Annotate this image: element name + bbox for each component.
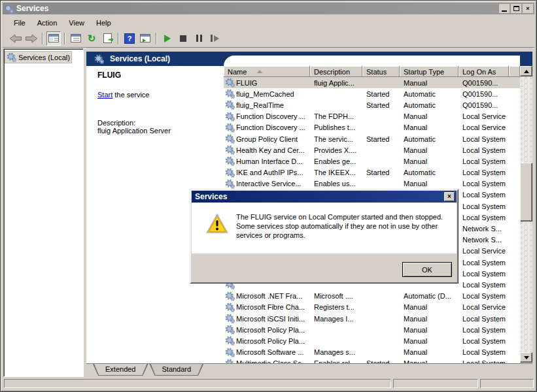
help-button[interactable]: ? — [122, 31, 137, 46]
table-row[interactable]: Group Policy Client The servic... Starte… — [224, 133, 520, 144]
table-row[interactable]: IKE and AuthIP IPs... The IKEEX... Start… — [224, 167, 520, 178]
table-row[interactable]: Microsoft Software ... Manages s... Manu… — [224, 347, 520, 358]
menu-help[interactable]: Help — [90, 18, 117, 28]
table-row[interactable]: fluig_RealTime Started Automatic Q001590… — [224, 99, 520, 110]
scrollbar-thumb[interactable] — [520, 163, 532, 221]
status-panel — [480, 379, 534, 388]
properties-button[interactable] — [69, 31, 83, 46]
table-row[interactable]: Microsoft .NET Fra... Microsoft .... Aut… — [224, 291, 520, 302]
start-service-link[interactable]: Start — [97, 91, 113, 99]
service-gear-icon — [225, 336, 235, 346]
table-row[interactable]: Microsoft Fibre Cha... Registers t... Ma… — [224, 302, 520, 313]
dialog-titlebar[interactable]: Services × — [192, 191, 457, 203]
refresh-button[interactable]: ↻ — [84, 31, 99, 46]
pause-service-button[interactable] — [192, 31, 206, 46]
table-row[interactable]: Human Interface D... Enables ge... Manua… — [224, 155, 520, 167]
table-row[interactable]: Health Key and Cer... Provides X.... Man… — [224, 144, 520, 155]
menu-action[interactable]: Action — [31, 18, 63, 28]
table-header-row: Name Description Status Startup Type Log… — [224, 66, 520, 77]
toolbar-separator — [118, 33, 119, 44]
cell-log-on-as: Local System — [459, 348, 509, 356]
cell-startup-type: Automatic — [400, 90, 459, 98]
start-service-icon — [164, 35, 171, 42]
column-header-startup-type[interactable]: Startup Type — [400, 66, 459, 77]
cell-name: Microsoft Policy Pla... — [236, 326, 305, 334]
table-row[interactable]: Multimedia Class Sc... Enables rel... St… — [224, 358, 520, 363]
cell-log-on-as: Network S... — [459, 236, 509, 244]
table-row[interactable]: Interactive Service... Enables us... Man… — [224, 178, 520, 189]
cell-startup-type: Manual — [400, 112, 459, 120]
cell-startup-type: Manual — [400, 326, 459, 334]
column-header-description[interactable]: Description — [310, 66, 362, 77]
minimize-button[interactable] — [499, 4, 510, 13]
cell-log-on-as: Local System — [459, 169, 509, 176]
cell-startup-type: Manual — [400, 146, 459, 154]
services-app-icon — [4, 4, 14, 14]
start-service-button[interactable] — [160, 31, 175, 46]
back-icon — [9, 33, 22, 44]
ok-button-label: OK — [422, 266, 432, 274]
cell-name: Microsoft Software ... — [236, 348, 303, 356]
forward-button[interactable] — [24, 31, 39, 46]
service-gear-icon — [225, 145, 235, 155]
column-header-log-on-as[interactable]: Log On As — [459, 66, 509, 77]
cell-name: IKE and AuthIP IPs... — [236, 169, 303, 176]
cell-log-on-as: Local Service — [459, 247, 509, 255]
start-service-rest: the service — [113, 91, 149, 99]
service-action-line: Start the service — [97, 91, 218, 99]
cell-name: Interactive Service... — [236, 180, 302, 188]
service-gear-icon — [225, 325, 235, 335]
pause-service-icon — [196, 35, 202, 42]
cell-log-on-as: Local System — [459, 337, 509, 345]
console-tree-icon — [48, 34, 59, 42]
tab-extended[interactable]: Extended — [93, 364, 148, 376]
cell-startup-type: Manual — [400, 348, 459, 356]
status-panel — [393, 379, 478, 388]
services-gear-icon — [94, 54, 104, 64]
ok-button[interactable]: OK — [402, 262, 452, 277]
dialog-close-button[interactable]: × — [444, 192, 455, 201]
menu-bar: File Action View Help — [3, 16, 534, 29]
sort-ascending-icon — [257, 70, 262, 73]
service-gear-icon — [225, 89, 235, 99]
table-row[interactable]: Microsoft Policy Pla... Manual Local Sys… — [224, 335, 520, 346]
window-titlebar[interactable]: Services × — [3, 3, 534, 14]
table-row[interactable]: Microsoft iSCSI Initi... Manages I... Ma… — [224, 313, 520, 324]
status-bar — [3, 377, 534, 389]
stop-service-button[interactable] — [176, 31, 190, 46]
service-gear-icon — [225, 302, 235, 312]
back-button[interactable] — [9, 31, 23, 46]
cell-description: The FDPH... — [310, 112, 362, 120]
cell-description: Manages s... — [310, 348, 362, 356]
cell-startup-type: Automatic — [400, 101, 459, 109]
maximize-button[interactable] — [511, 4, 521, 13]
cell-log-on-as: Local Service — [459, 123, 509, 131]
show-hide-console-tree-button[interactable] — [46, 31, 61, 46]
menu-view[interactable]: View — [63, 18, 90, 28]
scroll-up-button[interactable] — [520, 66, 532, 76]
dialog-title: Services — [195, 192, 444, 201]
tab-standard[interactable]: Standard — [149, 364, 203, 376]
menu-file[interactable]: File — [8, 18, 31, 28]
cell-log-on-as: Q001590... — [459, 79, 509, 87]
table-row[interactable]: Function Discovery ... Publishes t... Ma… — [224, 122, 520, 133]
close-button[interactable]: × — [523, 4, 533, 13]
show-hide-action-pane-button[interactable] — [138, 31, 152, 46]
console-tree-pane: Services (Local) — [3, 48, 84, 377]
table-row[interactable]: FLUIG fluig Applic... Manual Q001590... — [224, 77, 520, 88]
scroll-up-icon — [524, 70, 529, 73]
column-header-status[interactable]: Status — [362, 66, 400, 77]
scroll-down-button[interactable] — [520, 352, 532, 363]
services-gear-icon — [7, 52, 16, 62]
tree-item-services-local[interactable]: Services (Local) — [5, 51, 72, 63]
cell-startup-type: Manual — [400, 315, 459, 323]
export-list-button[interactable]: ➜ — [100, 31, 114, 46]
table-row[interactable]: Microsoft Policy Pla... Manual Local Sys… — [224, 324, 520, 335]
column-header-name[interactable]: Name — [224, 66, 310, 77]
toolbar: ↻ ➜ ? — [3, 29, 534, 48]
table-row[interactable]: Function Discovery ... The FDPH... Manua… — [224, 111, 520, 122]
vertical-scrollbar[interactable] — [520, 66, 532, 363]
cell-log-on-as: Local System — [459, 146, 509, 154]
restart-service-button[interactable] — [207, 31, 222, 46]
table-row[interactable]: fluig_MemCached Started Automatic Q00159… — [224, 88, 520, 99]
